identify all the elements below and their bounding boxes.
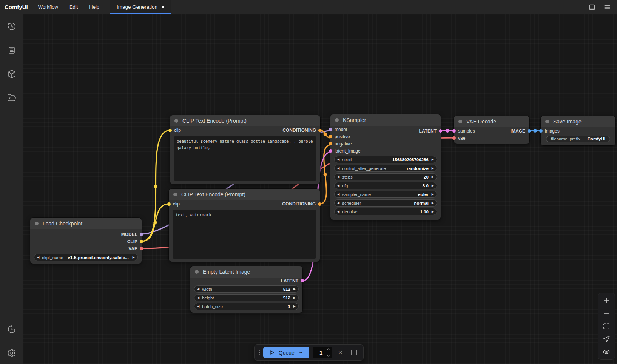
output-slot-conditioning[interactable]: CONDITIONING bbox=[282, 128, 316, 133]
increment-icon[interactable]: ▶ bbox=[293, 288, 296, 291]
input-dot-clip[interactable] bbox=[167, 202, 171, 206]
input-slot-clip[interactable]: clip bbox=[173, 201, 180, 207]
scheduler-widget[interactable]: ◀ scheduler normal ▶ bbox=[334, 199, 437, 207]
output-slot-clip[interactable]: CLIP bbox=[30, 238, 142, 245]
collapse-dot-icon[interactable] bbox=[335, 118, 339, 122]
toggle-link-visibility-button[interactable] bbox=[601, 347, 612, 357]
input-slot-vae[interactable]: vae bbox=[454, 134, 529, 142]
ckpt-name-widget[interactable]: ◀ ckpt_name v1-5-pruned-emaonly.safete..… bbox=[34, 254, 138, 261]
cfg-widget[interactable]: ◀ cfg 8.0 ▶ bbox=[334, 182, 437, 189]
output-dot-latent[interactable] bbox=[301, 279, 304, 282]
output-dot-conditioning[interactable] bbox=[318, 129, 322, 132]
increment-icon[interactable]: ▶ bbox=[293, 296, 296, 299]
theme-toggle-button[interactable] bbox=[4, 322, 19, 337]
collapse-dot-icon[interactable] bbox=[195, 270, 199, 274]
steps-widget[interactable]: ◀ steps 20 ▶ bbox=[334, 173, 437, 180]
input-slot-model[interactable]: model bbox=[330, 126, 441, 133]
node-ksampler[interactable]: KSampler LATENT model positive negative … bbox=[330, 114, 441, 220]
output-dot-model[interactable] bbox=[140, 233, 143, 236]
input-slot-samples[interactable]: samples bbox=[458, 128, 475, 134]
collapse-dot-icon[interactable] bbox=[173, 193, 177, 196]
tab-image-generation[interactable]: Image Generation bbox=[110, 0, 171, 14]
decrement-icon[interactable]: ◀ bbox=[337, 193, 339, 196]
increment-icon[interactable]: ▶ bbox=[432, 184, 434, 187]
menu-workflow[interactable]: Workflow bbox=[32, 0, 64, 14]
negative-prompt-textarea[interactable]: text, watermark bbox=[173, 210, 316, 259]
node-header[interactable]: Save Image bbox=[541, 116, 615, 127]
output-slot-image[interactable]: IMAGE bbox=[511, 128, 525, 134]
fit-view-button[interactable] bbox=[601, 321, 612, 332]
toggle-bottom-panel-button[interactable] bbox=[586, 2, 598, 13]
zoom-out-button[interactable] bbox=[601, 308, 612, 319]
width-widget[interactable]: ◀ width 512 ▶ bbox=[194, 285, 299, 293]
decrement-icon[interactable]: ◀ bbox=[337, 158, 339, 161]
menu-edit[interactable]: Edit bbox=[64, 0, 83, 14]
increment-icon[interactable]: ▶ bbox=[432, 158, 434, 161]
node-header[interactable]: CLIP Text Encode (Prompt) bbox=[169, 189, 320, 200]
increment-icon[interactable]: ▶ bbox=[432, 210, 434, 213]
output-slot-model[interactable]: MODEL bbox=[30, 231, 142, 238]
decrement-icon[interactable]: ◀ bbox=[337, 167, 339, 170]
sidebar-item-history[interactable] bbox=[4, 19, 19, 34]
seed-widget[interactable]: ◀ seed 156680208700286 ▶ bbox=[334, 156, 437, 163]
positive-prompt-textarea[interactable]: beautiful scenery nature glass bottle la… bbox=[174, 136, 316, 181]
input-slot-positive[interactable]: positive bbox=[330, 133, 441, 140]
control-after-generate-widget[interactable]: ◀ control_after_generate randomize ▶ bbox=[334, 165, 437, 172]
node-clip-text-encode-positive[interactable]: CLIP Text Encode (Prompt) clip CONDITION… bbox=[170, 115, 320, 184]
input-slot-negative[interactable]: negative bbox=[330, 140, 441, 147]
sidebar-item-queue[interactable] bbox=[4, 43, 19, 58]
increment-icon[interactable]: ▶ bbox=[432, 176, 434, 179]
sampler-name-widget[interactable]: ◀ sampler_name euler ▶ bbox=[334, 191, 437, 198]
decrement-icon[interactable]: ◀ bbox=[197, 296, 199, 299]
increment-icon[interactable]: ▶ bbox=[293, 305, 296, 308]
output-dot-clip[interactable] bbox=[140, 240, 143, 243]
clear-queue-button[interactable] bbox=[349, 347, 359, 358]
node-vae-decode[interactable]: VAE Decode samples IMAGE vae bbox=[454, 116, 529, 144]
sidebar-item-model-library[interactable] bbox=[4, 66, 19, 82]
collapse-dot-icon[interactable] bbox=[35, 222, 39, 225]
increment-icon[interactable]: ▶ bbox=[432, 193, 434, 196]
decrement-icon[interactable]: ◀ bbox=[197, 305, 199, 308]
increment-icon[interactable]: ▶ bbox=[432, 202, 434, 205]
output-slot-latent[interactable]: LATENT bbox=[190, 278, 302, 284]
node-empty-latent-image[interactable]: Empty Latent Image LATENT ◀ width 512 ▶ … bbox=[190, 266, 302, 313]
collapse-dot-icon[interactable] bbox=[545, 120, 549, 123]
node-header[interactable]: VAE Decode bbox=[454, 116, 529, 127]
input-dot-samples[interactable] bbox=[452, 129, 456, 133]
cancel-run-button[interactable]: × bbox=[335, 347, 346, 358]
decrement-icon[interactable]: ◀ bbox=[197, 288, 199, 291]
select-mode-button[interactable] bbox=[601, 334, 612, 344]
main-menu-button[interactable] bbox=[601, 2, 613, 13]
node-save-image[interactable]: Save Image images filename_prefix ComfyU… bbox=[541, 116, 615, 145]
input-dot-images[interactable] bbox=[539, 129, 543, 133]
node-header[interactable]: Empty Latent Image bbox=[190, 266, 302, 278]
increment-count-icon[interactable] bbox=[326, 349, 330, 352]
increment-icon[interactable]: ▶ bbox=[432, 167, 434, 170]
sidebar-item-workflows[interactable] bbox=[4, 90, 19, 105]
output-slot-vae[interactable]: VAE bbox=[30, 245, 142, 252]
input-slot-latent-image[interactable]: latent_image bbox=[330, 147, 441, 154]
node-header[interactable]: KSampler bbox=[330, 114, 441, 126]
decrement-icon[interactable]: ◀ bbox=[337, 202, 339, 205]
app-logo[interactable]: ComfyUI bbox=[0, 0, 32, 14]
increment-icon[interactable]: ▶ bbox=[133, 256, 135, 259]
input-dot-negative[interactable] bbox=[329, 142, 332, 145]
input-dot-clip[interactable] bbox=[168, 129, 172, 132]
filename-prefix-widget[interactable]: filename_prefix ComfyUI bbox=[546, 136, 610, 142]
decrement-count-icon[interactable] bbox=[326, 353, 330, 357]
output-dot-image[interactable] bbox=[528, 129, 531, 133]
menu-help[interactable]: Help bbox=[83, 0, 105, 14]
node-clip-text-encode-negative[interactable]: CLIP Text Encode (Prompt) clip CONDITION… bbox=[169, 189, 320, 262]
decrement-icon[interactable]: ◀ bbox=[337, 176, 339, 179]
settings-button[interactable] bbox=[4, 345, 19, 361]
decrement-icon[interactable]: ◀ bbox=[37, 256, 39, 259]
decrement-icon[interactable]: ◀ bbox=[337, 184, 339, 187]
input-slot-images[interactable]: images bbox=[541, 127, 615, 134]
output-dot-vae[interactable] bbox=[140, 247, 143, 250]
height-widget[interactable]: ◀ height 512 ▶ bbox=[194, 294, 299, 301]
decrement-icon[interactable]: ◀ bbox=[337, 210, 339, 213]
node-load-checkpoint[interactable]: Load Checkpoint MODEL CLIP VAE ◀ ckpt_na… bbox=[30, 218, 142, 264]
zoom-in-button[interactable] bbox=[601, 295, 612, 306]
input-slot-clip[interactable]: clip bbox=[174, 128, 181, 133]
queue-button[interactable]: Queue bbox=[263, 347, 310, 358]
